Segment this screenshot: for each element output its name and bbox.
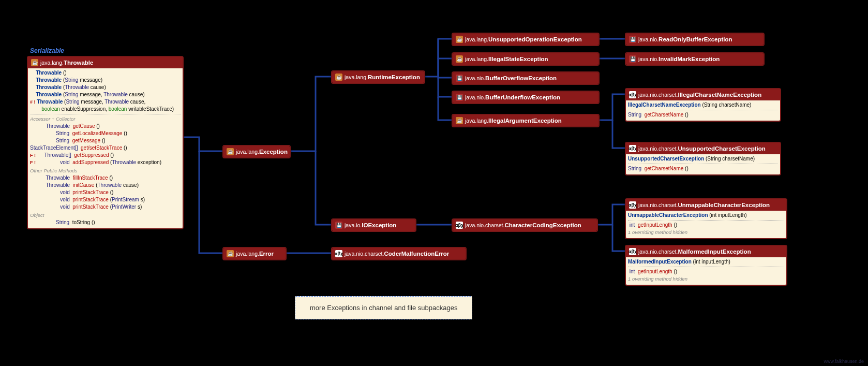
disk-icon: 💾	[456, 75, 463, 82]
class-error: ☕java.lang.Error	[222, 247, 287, 260]
cup-icon: ☕	[456, 55, 463, 63]
class-readonlybufferexception: 💾java.nio.ReadOnlyBufferException	[625, 33, 765, 46]
class-ioexception: 💾java.io.IOException	[331, 218, 416, 232]
charset-icon: αβχ	[629, 248, 636, 255]
disk-icon: 💾	[629, 55, 636, 63]
class-invalidmarkexception: 💾java.nio.InvalidMarkException	[625, 52, 765, 66]
class-body-throwable: Throwable () Throwable (String message) …	[28, 68, 183, 228]
cup-icon: ☕	[227, 250, 234, 257]
class-malformedinputexception: αβχjava.nio.charset.MalformedInputExcept…	[625, 245, 787, 286]
class-exception: ☕java.lang.Exception	[222, 145, 291, 158]
cup-icon: ☕	[335, 74, 342, 81]
disk-icon: 💾	[335, 222, 342, 229]
note-more-exceptions: more Exceptions in channel and file subp…	[295, 296, 472, 319]
charset-icon: αβχ	[456, 222, 463, 229]
interface-label-serializable: Serializable	[30, 47, 64, 54]
cup-icon: ☕	[456, 36, 463, 43]
disk-icon: 💾	[456, 94, 463, 101]
class-throwable: ☕ java.lang.Throwable Throwable () Throw…	[27, 56, 184, 229]
class-unmappablecharacterexception: αβχjava.nio.charset.UnmappableCharacterE…	[625, 198, 787, 239]
class-runtimeexception: ☕java.lang.RuntimeException	[331, 70, 425, 84]
cup-icon: ☕	[456, 117, 463, 124]
class-unsupportedoperationexception: ☕java.lang.UnsupportedOperationException	[452, 33, 600, 46]
class-illegalargumentexception: ☕java.lang.IllegalArgumentException	[452, 114, 600, 127]
class-header-throwable: ☕ java.lang.Throwable	[28, 57, 183, 68]
watermark: www.falkhausen.de	[824, 359, 864, 364]
class-charactercodingexception: αβχjava.nio.charset.CharacterCodingExcep…	[452, 218, 598, 232]
disk-icon: 💾	[629, 36, 636, 43]
cup-icon: ☕	[31, 59, 38, 66]
charset-icon: αβχ	[335, 250, 342, 257]
class-codermalfunctionerror: αβχjava.nio.charset.CoderMalfunctionErro…	[331, 247, 467, 260]
charset-icon: αβχ	[629, 91, 636, 98]
charset-icon: αβχ	[629, 201, 636, 209]
charset-icon: αβχ	[629, 145, 636, 152]
class-bufferoverflowexception: 💾java.nio.BufferOverflowException	[452, 71, 600, 85]
cup-icon: ☕	[227, 148, 234, 155]
class-illegalcharsetnameexception: αβχjava.nio.charset.IllegalCharsetNameEx…	[625, 88, 781, 122]
class-bufferunderflowexception: 💾java.nio.BufferUnderflowException	[452, 91, 600, 104]
class-unsupportedcharsetexception: αβχjava.nio.charset.UnsupportedCharsetEx…	[625, 142, 781, 175]
class-illegalstateexception: ☕java.lang.IllegalStateException	[452, 52, 600, 66]
